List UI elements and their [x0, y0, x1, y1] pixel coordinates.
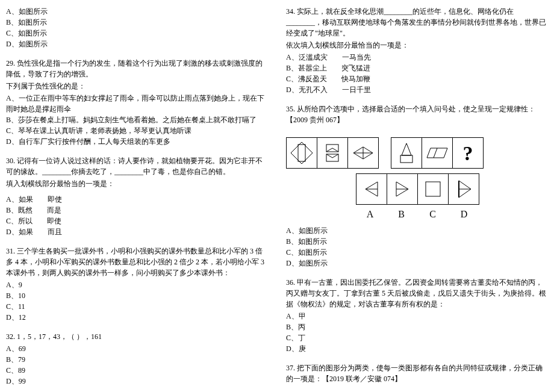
q30-opt-c: C、所以 即使 [6, 216, 268, 226]
q35-figure-row: ? [286, 137, 548, 169]
fig-cell [391, 138, 422, 168]
q29-stem2: 下列属于负性强化的是： [6, 81, 268, 92]
q28-opt-c: C、如图所示 [6, 28, 268, 39]
q28-opt-b: B、如图所示 [6, 17, 268, 28]
q30-opt-d: D、如果 而且 [6, 226, 268, 237]
q35-opt-d: D、如图所示 [286, 258, 548, 269]
q36-opt-c: C、丁 [286, 332, 548, 343]
q36-opt-b: B、丙 [286, 322, 548, 332]
q35-answer-row [286, 173, 548, 205]
label-c: C [417, 207, 449, 222]
q31-opt-a: A、9 [6, 279, 268, 290]
svg-line-10 [434, 148, 437, 158]
q35-stem-group-2: ? [391, 137, 484, 169]
q30-opt-b: B、既然 而是 [6, 205, 268, 216]
q30-stem2: 填入划横线部分最恰当的一项是： [6, 178, 268, 189]
q30: 30. 记得有一位诗人说过这样的话：诗人要作诗，就如植物要开花。因为它非开不可的… [6, 155, 268, 237]
q34: 34. 实际上，就在反全球化思潮________的近些年，信息化、网络化仍在__… [286, 6, 548, 95]
q36-opt-a: A、甲 [286, 311, 548, 322]
fig-cell [348, 138, 378, 168]
q34-opt-c: C、沸反盈天 快马加鞭 [286, 73, 548, 84]
q35-opt-fig-a [356, 173, 387, 205]
q35-opt-c: C、如图所示 [286, 247, 548, 258]
q30-opt-a: A、如果 即使 [6, 194, 268, 205]
fig-cell: ? [453, 138, 483, 168]
q32-opt-a: A、69 [6, 343, 268, 354]
q29-stem1: 29. 负性强化是指一个行为的发生，随着这个行为出现了刺激的移去或刺激强度的降低… [6, 58, 268, 79]
label-d: D [449, 207, 480, 222]
q32-stem: 32. 1，5，17，43，（ ），161 [6, 331, 268, 342]
q35-opt-fig-b [387, 173, 418, 205]
q36-stem: 36. 甲有一古董，因出国委托乙保管。乙因资金周转需要将古董卖给不知情的丙，丙又… [286, 277, 548, 310]
q34-opt-b: B、甚嚣尘上 突飞猛进 [286, 63, 548, 73]
q32-opt-c: C、89 [6, 365, 268, 376]
q31-opt-d: D、12 [6, 312, 268, 323]
q36-opt-d: D、庚 [286, 343, 548, 354]
q31-opt-c: C、11 [6, 301, 268, 312]
q35-opt-b: B、如图所示 [286, 236, 548, 247]
question-mark-icon: ? [463, 138, 473, 169]
q32-opt-d: D、99 [6, 376, 268, 387]
q35-opt-fig-c [417, 173, 449, 205]
label-a: A [355, 207, 386, 222]
svg-rect-0 [298, 145, 305, 161]
q32: 32. 1，5，17，43，（ ），161 A、69 B、79 C、89 D、9… [6, 331, 268, 387]
q31-stem: 31. 三个学生各购买一批课外书，小明和小强购买的课外书数量总和比小军的 3 倍… [6, 246, 268, 278]
q31-opt-b: B、10 [6, 290, 268, 301]
q35-opt-a: A、如图所示 [286, 225, 548, 236]
svg-marker-8 [402, 143, 411, 155]
q29: 29. 负性强化是指一个行为的发生，随着这个行为出现了刺激的移去或刺激强度的降低… [6, 58, 268, 147]
q34-opt-a: A、泛滥成灾 一马当先 [286, 52, 548, 63]
q37-stem: 37. 把下面的图形分为两类，使每一类图形都有各自的共同特征或规律，分类正确的一… [286, 362, 548, 384]
q29-opt-a: A、一位正在雨中等车的妇女撑起了雨伞，雨伞可以防止雨点落到她身上，现在下雨时她总… [6, 93, 268, 114]
q34-stem2: 依次填入划横线部分最恰当的一项是： [286, 40, 548, 51]
q37: 37. 把下面的图形分为两类，使每一类图形都有各自的共同特征或规律，分类正确的一… [286, 362, 548, 384]
q35-stem-group-1 [286, 137, 379, 169]
q28-options: A、如图所示 B、如图所示 C、如图所示 D、如图所示 [6, 6, 268, 49]
q35: 35. 从所给四个选项中，选择最合适的一个填入问号处，使之呈现一定规律性：【20… [286, 104, 548, 269]
q35-stem: 35. 从所给四个选项中，选择最合适的一个填入问号处，使之呈现一定规律性：【20… [286, 104, 548, 125]
q34-stem1: 34. 实际上，就在反全球化思潮________的近些年，信息化、网络化仍在__… [286, 6, 548, 39]
q29-opt-b: B、莎莎在餐桌上打嗝。妈妈立刻生气地看着她。之后她在餐桌上就不敢打嗝了 [6, 114, 268, 125]
q28-opt-d: D、如图所示 [6, 39, 268, 49]
svg-rect-7 [400, 155, 412, 163]
fig-cell [317, 138, 348, 168]
q30-stem1: 30. 记得有一位诗人说过这样的话：诗人要作诗，就如植物要开花。因为它非开不可的… [6, 155, 268, 177]
fig-cell [422, 138, 453, 168]
svg-rect-15 [426, 182, 440, 196]
q29-opt-d: D、自行车厂实行按件付酬，工人每天组装的车更多 [6, 136, 268, 147]
q28-opt-a: A、如图所示 [6, 6, 268, 17]
q35-answer-labels: A B C D [286, 207, 548, 222]
q35-opt-fig-d [448, 173, 479, 205]
q32-opt-b: B、79 [6, 354, 268, 365]
label-b: B [386, 207, 417, 222]
svg-marker-9 [427, 148, 447, 158]
q29-opt-c: C、琴琴在课上认真听讲，老师表扬她，琴琴更认真地听课 [6, 125, 268, 136]
q34-opt-d: D、无孔不入 一日千里 [286, 84, 548, 95]
fig-cell [287, 138, 317, 168]
q36: 36. 甲有一古董，因出国委托乙保管。乙因资金周转需要将古董卖给不知情的丙，丙又… [286, 277, 548, 354]
q31: 31. 三个学生各购买一批课外书，小明和小强购买的课外书数量总和比小军的 3 倍… [6, 246, 268, 323]
svg-marker-1 [291, 142, 313, 164]
